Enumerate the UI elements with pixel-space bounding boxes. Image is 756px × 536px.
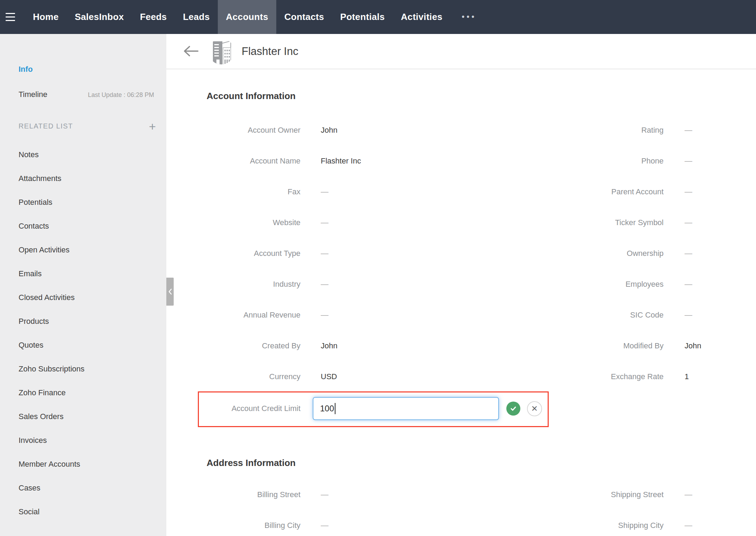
sidebar-item[interactable]: Potentials	[0, 190, 166, 214]
sidebar-collapse-handle[interactable]	[166, 278, 174, 306]
sidebar-item[interactable]: Zoho Subscriptions	[0, 357, 166, 381]
sidebar-item[interactable]: Invoices	[0, 429, 166, 452]
sidebar-item[interactable]: Attachments	[0, 167, 166, 190]
more-tabs-icon[interactable]: •••	[453, 0, 485, 34]
field-value[interactable]: —	[664, 187, 756, 196]
field-value[interactable]: John	[300, 341, 503, 350]
field-value[interactable]: —	[300, 218, 503, 227]
credit-limit-input[interactable]: 100	[313, 397, 499, 420]
field-value[interactable]: —	[664, 249, 756, 258]
field-value[interactable]: John	[300, 126, 503, 135]
related-list: Notes Attachments Potentials Contacts Op…	[0, 143, 166, 524]
field-label: Ownership	[503, 249, 664, 258]
field-value[interactable]: John	[664, 341, 756, 350]
sidebar-item[interactable]: Closed Activities	[0, 286, 166, 309]
back-arrow-icon	[182, 45, 199, 57]
field-label: Fax	[166, 187, 300, 196]
sidebar-item[interactable]: Zoho Finance	[0, 381, 166, 405]
field-value[interactable]: —	[664, 218, 756, 227]
field-row: Industry — Employees —	[166, 269, 756, 300]
field-value[interactable]: —	[664, 126, 756, 135]
field-label: Rating	[503, 126, 664, 135]
field-label: Billing Street	[166, 490, 300, 499]
field-label: Account Name	[166, 156, 300, 166]
related-list-header: RELATED LIST	[19, 122, 73, 130]
field-label: Parent Account	[503, 187, 664, 196]
sidebar-item[interactable]: Products	[0, 309, 166, 333]
sidebar-item[interactable]: Emails	[0, 262, 166, 286]
field-value[interactable]: —	[664, 521, 756, 530]
field-value[interactable]: —	[300, 490, 503, 499]
sidebar-item[interactable]: Quotes	[0, 333, 166, 357]
sidebar-item[interactable]: Sales Orders	[0, 405, 166, 429]
field-label: Annual Revenue	[166, 311, 300, 320]
field-value[interactable]: —	[300, 521, 503, 530]
field-row: Account Type — Ownership —	[166, 238, 756, 269]
text-caret	[335, 403, 335, 414]
field-label: Account Owner	[166, 126, 300, 135]
field-value[interactable]: —	[664, 156, 756, 166]
sidebar-item-info[interactable]: Info	[19, 65, 33, 74]
check-icon	[509, 405, 517, 412]
timeline-last-update: Last Update : 06:28 PM	[88, 91, 154, 99]
field-label: Account Type	[166, 249, 300, 258]
sidebar-item[interactable]: Notes	[0, 143, 166, 167]
field-value[interactable]: —	[664, 280, 756, 289]
nav-tabs: Home SalesInbox Feeds Leads Accounts Con…	[25, 0, 450, 34]
company-avatar-icon	[208, 39, 234, 64]
field-label: Shipping Street	[503, 490, 664, 499]
field-value[interactable]: —	[300, 311, 503, 320]
back-button[interactable]	[182, 45, 199, 57]
add-related-list-icon[interactable]: +	[149, 123, 156, 130]
field-row: Annual Revenue — SIC Code —	[166, 300, 756, 330]
field-value[interactable]: —	[300, 187, 503, 196]
nav-tab[interactable]: Leads	[175, 0, 218, 34]
cancel-button[interactable]: ✕	[527, 401, 542, 416]
field-row: Billing City — Shipping City —	[166, 510, 756, 536]
field-label: Shipping City	[503, 521, 664, 530]
field-row: Account Owner John Rating —	[166, 115, 756, 146]
page-title: Flashter Inc	[242, 45, 298, 58]
nav-tab[interactable]: Accounts	[218, 0, 276, 34]
field-value[interactable]: USD	[300, 372, 503, 381]
field-label: SIC Code	[503, 311, 664, 320]
nav-tab[interactable]: SalesInbox	[67, 0, 132, 34]
nav-tab[interactable]: Home	[25, 0, 67, 34]
field-value[interactable]: —	[664, 490, 756, 499]
field-value[interactable]: —	[664, 311, 756, 320]
credit-limit-label: Account Credit Limit	[166, 404, 300, 413]
field-label: Website	[166, 218, 300, 227]
field-row: Billing Street — Shipping Street —	[166, 479, 756, 510]
field-row: Currency USD Exchange Rate 1	[166, 361, 756, 392]
field-label: Employees	[503, 280, 664, 289]
menu-icon[interactable]	[6, 0, 15, 34]
close-icon: ✕	[531, 405, 538, 413]
sidebar-item[interactable]: Cases	[0, 476, 166, 500]
nav-tab[interactable]: Feeds	[132, 0, 175, 34]
sidebar-item[interactable]: Open Activities	[0, 238, 166, 262]
sidebar-item-timeline[interactable]: Timeline	[19, 90, 47, 99]
field-label: Exchange Rate	[503, 372, 664, 381]
main-content: Flashter Inc Account Information Account…	[166, 34, 756, 536]
section-title-account-information: Account Information	[207, 91, 296, 102]
field-label: Currency	[166, 372, 300, 381]
field-row: Created By John Modified By John	[166, 330, 756, 361]
field-value[interactable]: 1	[664, 372, 756, 381]
field-label: Modified By	[503, 341, 664, 350]
nav-tab[interactable]: Contacts	[276, 0, 332, 34]
field-label: Created By	[166, 341, 300, 350]
nav-tab[interactable]: Potentials	[332, 0, 393, 34]
sidebar-item[interactable]: Social	[0, 500, 166, 524]
field-label: Billing City	[166, 521, 300, 530]
record-header: Flashter Inc	[166, 34, 756, 69]
confirm-button[interactable]	[506, 402, 520, 416]
nav-tab[interactable]: Activities	[393, 0, 451, 34]
field-value[interactable]: —	[300, 249, 503, 258]
sidebar-item[interactable]: Member Accounts	[0, 452, 166, 476]
sidebar-item[interactable]: Contacts	[0, 214, 166, 238]
field-row: Account Name Flashter Inc Phone —	[166, 146, 756, 176]
field-value[interactable]: —	[300, 280, 503, 289]
field-value[interactable]: Flashter Inc	[300, 156, 503, 166]
chevron-left-icon	[168, 288, 172, 295]
address-information-fields: Billing Street — Shipping Street — Billi…	[166, 479, 756, 536]
